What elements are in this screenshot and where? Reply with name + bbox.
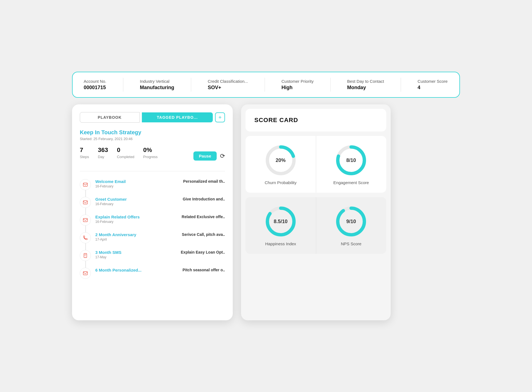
info-label-0: Account No.: [84, 79, 106, 84]
step-title-3[interactable]: 2 Month Anniversary: [95, 232, 171, 237]
svg-rect-1: [83, 201, 88, 204]
stat-value-3: 0%: [143, 146, 158, 154]
svg-rect-0: [83, 183, 88, 186]
step-desc-4: Explain Easy Loan Opt..: [175, 250, 225, 254]
strategy-started: Started: 25 February, 2021 20:46: [80, 137, 225, 141]
step-item-4[interactable]: 3 Month SMS 17-May Explain Easy Loan Opt…: [80, 247, 225, 264]
steps-list: Welcome Email 16-February Personalized e…: [80, 176, 225, 282]
stats-and-action: 7 Steps 363 Day 0 Completed 0% Progress …: [80, 146, 225, 166]
score-cell-label-0: Churn Probability: [265, 180, 296, 185]
stat-label-3: Progress: [143, 155, 158, 159]
score-cell-label-bottom-1: NPS Score: [341, 241, 361, 246]
step-item-1[interactable]: Greet Customer 16-February Give Introduc…: [80, 194, 225, 211]
tab-row: PLAYBOOK TAGGED PLAYBO... +: [80, 112, 225, 123]
info-value-2: SOV+: [208, 85, 248, 91]
stat-label-0: Steps: [80, 155, 89, 159]
panels-row: PLAYBOOK TAGGED PLAYBO... + Keep In Touc…: [72, 104, 460, 320]
step-title-4[interactable]: 3 Month SMS: [95, 250, 171, 255]
score-cell-bottom-0: 8.5/10 Happiness Index: [245, 197, 316, 254]
scorecard-header: SCORE CARD: [245, 109, 386, 131]
info-bar: Account No. 00001715 Industry Vertical M…: [72, 72, 460, 98]
step-content-5: 6 Month Personalized...: [95, 268, 171, 273]
info-label-2: Credit Classification...: [208, 79, 248, 84]
step-desc-1: Give Introduction and..: [175, 197, 225, 201]
tab-playbook[interactable]: PLAYBOOK: [80, 112, 140, 123]
stat-label-2: Completed: [117, 155, 134, 159]
step-date-3: 17-April: [95, 238, 171, 241]
step-icon-2: [80, 215, 91, 226]
tab-tagged-playbook[interactable]: TAGGED PLAYBO...: [142, 112, 213, 122]
info-divider: [401, 78, 401, 92]
step-content-4: 3 Month SMS 17-May: [95, 250, 171, 259]
info-label-5: Customer Score: [418, 79, 447, 84]
strategy-title: Keep In Touch Strategy: [80, 129, 225, 136]
info-field-3: Customer Priority High: [282, 79, 314, 91]
step-icon-5: [80, 268, 91, 279]
pause-button[interactable]: Pause: [193, 151, 217, 161]
info-divider: [123, 78, 123, 92]
svg-rect-2: [83, 218, 88, 222]
info-label-3: Customer Priority: [282, 79, 314, 84]
donut-container: 8.5/10: [264, 205, 297, 238]
step-title-5[interactable]: 6 Month Personalized...: [95, 268, 171, 272]
info-label-4: Best Day to Contact: [347, 79, 384, 84]
donut-value: 8/10: [346, 158, 356, 163]
info-divider: [191, 78, 191, 92]
step-date-0: 16-February: [95, 184, 171, 188]
donut-value: 20%: [276, 158, 286, 163]
info-field-2: Credit Classification... SOV+: [208, 79, 248, 91]
score-cell-bottom-1: 9/10 NPS Score: [316, 197, 387, 254]
stat-item-0: 7 Steps: [80, 146, 89, 159]
step-desc-2: Related Exclusive offe..: [175, 215, 225, 219]
step-item-2[interactable]: Explain Related Offers 16-February Relat…: [80, 211, 225, 229]
donut-container: 9/10: [334, 205, 368, 238]
step-date-2: 16-February: [95, 220, 171, 224]
refresh-icon[interactable]: ⟳: [220, 153, 225, 160]
step-desc-0: Personalized email th..: [175, 179, 225, 184]
stat-item-2: 0 Completed: [117, 146, 134, 159]
svg-rect-7: [83, 272, 88, 275]
add-tab-button[interactable]: +: [215, 112, 225, 122]
scorecard-panel: SCORE CARD 20% Churn Probability 8/10 En…: [241, 104, 391, 320]
info-divider: [265, 78, 265, 92]
info-field-5: Customer Score 4: [418, 79, 447, 91]
info-field-1: Industry Vertical Manufacturing: [140, 79, 174, 91]
step-date-1: 16-February: [95, 202, 171, 206]
step-desc-3: Serivce Call, pitch ava..: [175, 232, 225, 237]
step-item-0[interactable]: Welcome Email 16-February Personalized e…: [80, 176, 225, 194]
info-value-1: Manufacturing: [140, 85, 174, 91]
info-field-4: Best Day to Contact Monday: [347, 79, 384, 91]
step-icon-3: [80, 232, 91, 243]
info-divider: [330, 78, 331, 92]
stat-item-1: 363 Day: [98, 146, 108, 159]
stat-label-1: Day: [98, 155, 108, 159]
score-cell-0: 20% Churn Probability: [245, 136, 316, 193]
score-cell-1: 8/10 Engagement Score: [316, 136, 387, 193]
step-icon-4: [80, 250, 91, 261]
stat-value-2: 0: [117, 146, 134, 154]
step-content-1: Greet Customer 16-February: [95, 197, 171, 206]
step-title-2[interactable]: Explain Related Offers: [95, 215, 171, 219]
main-wrapper: Account No. 00001715 Industry Vertical M…: [72, 72, 460, 320]
stat-value-1: 363: [98, 146, 108, 154]
playbook-panel: PLAYBOOK TAGGED PLAYBO... + Keep In Touc…: [72, 104, 233, 320]
score-grid-top: 20% Churn Probability 8/10 Engagement Sc…: [245, 136, 386, 193]
step-title-0[interactable]: Welcome Email: [95, 179, 171, 184]
step-content-0: Welcome Email 16-February: [95, 179, 171, 188]
scorecard-title: SCORE CARD: [254, 117, 377, 124]
stat-item-3: 0% Progress: [143, 146, 158, 159]
step-title-1[interactable]: Greet Customer: [95, 197, 171, 202]
info-value-4: Monday: [347, 85, 384, 91]
step-desc-5: Pitch seasonal offer o..: [175, 268, 225, 272]
step-icon-0: [80, 179, 91, 190]
step-item-5[interactable]: 6 Month Personalized... Pitch seasonal o…: [80, 264, 225, 282]
step-item-3[interactable]: 2 Month Anniversary 17-April Serivce Cal…: [80, 229, 225, 247]
donut-container: 20%: [264, 144, 297, 177]
step-date-4: 17-May: [95, 255, 171, 259]
step-icon-1: [80, 197, 91, 208]
score-cell-label-1: Engagement Score: [333, 180, 369, 185]
donut-value: 8.5/10: [274, 219, 288, 225]
donut-value: 9/10: [346, 219, 356, 225]
info-value-3: High: [282, 85, 314, 91]
info-label-1: Industry Vertical: [140, 79, 174, 84]
